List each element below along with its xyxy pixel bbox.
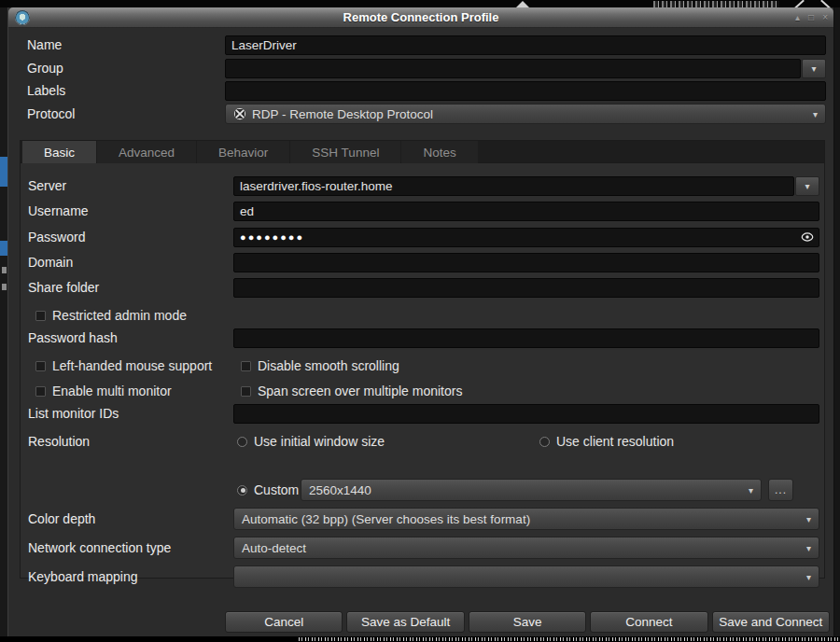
checkbox-icon[interactable]: [35, 386, 46, 397]
server-input[interactable]: laserdriver.fios-router.home: [233, 176, 794, 196]
save-as-default-button[interactable]: Save as Default: [346, 611, 464, 633]
custom-resolution-select[interactable]: 2560x1440 ▾: [301, 479, 762, 501]
share-folder-input[interactable]: [233, 278, 819, 298]
maximize-window-icon[interactable]: □: [808, 13, 814, 22]
keyboard-mapping-select[interactable]: ▾: [233, 565, 819, 588]
list-monitor-ids-label: List monitor IDs: [28, 406, 119, 421]
server-label: Server: [28, 178, 66, 193]
left-handed-checkbox-item[interactable]: Left-handed mouse support: [35, 356, 212, 376]
checkbox-icon[interactable]: [35, 311, 46, 321]
resolution-more-button[interactable]: ...: [768, 479, 793, 501]
background-selection-fragment: [0, 241, 7, 256]
list-monitor-ids-row: List monitor IDs: [21, 403, 819, 424]
custom-resolution-radio-item[interactable]: Custom: [237, 479, 299, 501]
chevron-down-icon: ▾: [806, 514, 811, 524]
use-initial-window-size-radio-item[interactable]: Use initial window size: [237, 431, 385, 452]
radio-icon[interactable]: [237, 437, 247, 447]
protocol-row: Protocol RDP - Remote Desktop Protocol ▾: [27, 104, 826, 124]
color-depth-select[interactable]: Automatic (32 bpp) (Server chooses its b…: [233, 508, 819, 530]
restricted-admin-checkbox-item[interactable]: Restricted admin mode: [35, 305, 187, 326]
custom-resolution-label: Custom: [254, 482, 299, 497]
labels-row: Labels: [27, 80, 826, 101]
password-input[interactable]: ●●●●●●●●: [233, 228, 819, 247]
resolution-label: Resolution: [28, 434, 90, 449]
chevron-down-icon: ▾: [806, 543, 811, 553]
password-label: Password: [28, 230, 85, 244]
mouse-scroll-check-row: Left-handed mouse support Disable smooth…: [21, 356, 819, 376]
save-and-connect-button[interactable]: Save and Connect: [712, 611, 830, 633]
domain-row: Domain: [21, 252, 819, 272]
group-input[interactable]: [225, 59, 801, 78]
chevron-down-icon: ▾: [811, 63, 816, 74]
username-input[interactable]: ed: [233, 202, 819, 221]
background-strip-top: [0, 0, 840, 7]
use-client-resolution-radio-item[interactable]: Use client resolution: [539, 431, 674, 452]
radio-icon[interactable]: [539, 437, 550, 447]
color-depth-value: Automatic (32 bpp) (Server chooses its b…: [242, 512, 530, 526]
network-connection-type-label: Network connection type: [28, 540, 171, 555]
radio-selected-icon[interactable]: [237, 485, 247, 495]
server-row: Server laserdriver.fios-router.home ▾: [21, 175, 819, 196]
enable-multi-monitor-label: Enable multi monitor: [52, 384, 172, 398]
server-dropdown-button[interactable]: ▾: [795, 176, 819, 196]
checkbox-icon[interactable]: [241, 386, 251, 397]
network-connection-type-value: Auto-detect: [242, 541, 306, 555]
chevron-down-icon: ▾: [749, 485, 753, 495]
domain-input[interactable]: [233, 253, 819, 272]
span-screen-checkbox-item[interactable]: Span screen over multiple monitors: [241, 381, 462, 401]
tab-basic[interactable]: Basic: [22, 141, 96, 163]
network-connection-type-row: Network connection type Auto-detect ▾: [21, 537, 819, 559]
settings-notebook: Basic Advanced Behavior SSH Tunnel Notes…: [20, 140, 825, 579]
labels-label: Labels: [27, 83, 225, 98]
protocol-label: Protocol: [27, 106, 225, 121]
checkbox-icon[interactable]: [35, 361, 46, 371]
use-initial-window-size-label: Use initial window size: [254, 434, 385, 449]
network-connection-type-select[interactable]: Auto-detect ▾: [233, 537, 819, 559]
window-title: Remote Connection Profile: [8, 10, 833, 24]
protocol-select[interactable]: RDP - Remote Desktop Protocol ▾: [225, 104, 826, 124]
shade-window-icon[interactable]: ▴: [795, 13, 800, 22]
color-depth-label: Color depth: [28, 511, 95, 526]
color-depth-row: Color depth Automatic (32 bpp) (Server c…: [21, 508, 819, 530]
list-monitor-ids-input[interactable]: [233, 404, 819, 424]
group-dropdown-button[interactable]: ▾: [802, 59, 826, 78]
remote-connection-profile-dialog: Remote Connection Profile ▴ □ × Name Las…: [7, 7, 834, 636]
disable-smooth-scrolling-checkbox-item[interactable]: Disable smooth scrolling: [241, 356, 399, 376]
password-hash-input[interactable]: [233, 328, 819, 348]
background-artifact: [793, 0, 805, 7]
titlebar[interactable]: Remote Connection Profile ▴ □ ×: [8, 7, 833, 28]
checkbox-icon[interactable]: [241, 361, 251, 371]
domain-label: Domain: [28, 255, 73, 270]
share-folder-row: Share folder: [21, 277, 819, 298]
name-input[interactable]: LaserDriver: [225, 35, 826, 55]
group-label: Group: [27, 61, 225, 76]
action-button-row: Cancel Save as Default Save Connect Save…: [225, 611, 830, 633]
span-screen-label: Span screen over multiple monitors: [258, 384, 462, 398]
tab-ssh-tunnel[interactable]: SSH Tunnel: [290, 141, 400, 163]
close-window-icon[interactable]: ×: [822, 13, 828, 22]
tab-advanced[interactable]: Advanced: [97, 141, 196, 163]
screen: Remote Connection Profile ▴ □ × Name Las…: [0, 0, 840, 642]
rdp-protocol-icon: [233, 107, 246, 120]
enable-multi-monitor-checkbox-item[interactable]: Enable multi monitor: [35, 381, 172, 401]
monitor-check-row: Enable multi monitor Span screen over mu…: [21, 381, 819, 401]
restricted-admin-row: Restricted admin mode: [21, 305, 819, 326]
tab-bar: Basic Advanced Behavior SSH Tunnel Notes: [21, 141, 824, 163]
eye-icon[interactable]: [801, 230, 814, 244]
connect-button[interactable]: Connect: [590, 611, 707, 633]
tab-behavior[interactable]: Behavior: [197, 141, 289, 163]
cancel-button[interactable]: Cancel: [225, 611, 343, 633]
name-label: Name: [27, 37, 225, 52]
password-row: Password ●●●●●●●●: [21, 227, 819, 247]
username-label: Username: [28, 203, 89, 218]
chevron-down-icon: ▾: [806, 572, 811, 582]
tab-notes[interactable]: Notes: [401, 141, 477, 163]
resolution-custom-row: Custom 2560x1440 ▾ ...: [21, 479, 819, 501]
save-button[interactable]: Save: [469, 611, 586, 633]
background-artifact: [2, 284, 7, 290]
password-hash-row: Password hash: [21, 328, 819, 348]
left-handed-label: Left-handed mouse support: [52, 358, 212, 373]
labels-input[interactable]: [225, 81, 826, 101]
background-selection-fragment: [0, 157, 7, 187]
password-hash-label: Password hash: [28, 330, 118, 345]
